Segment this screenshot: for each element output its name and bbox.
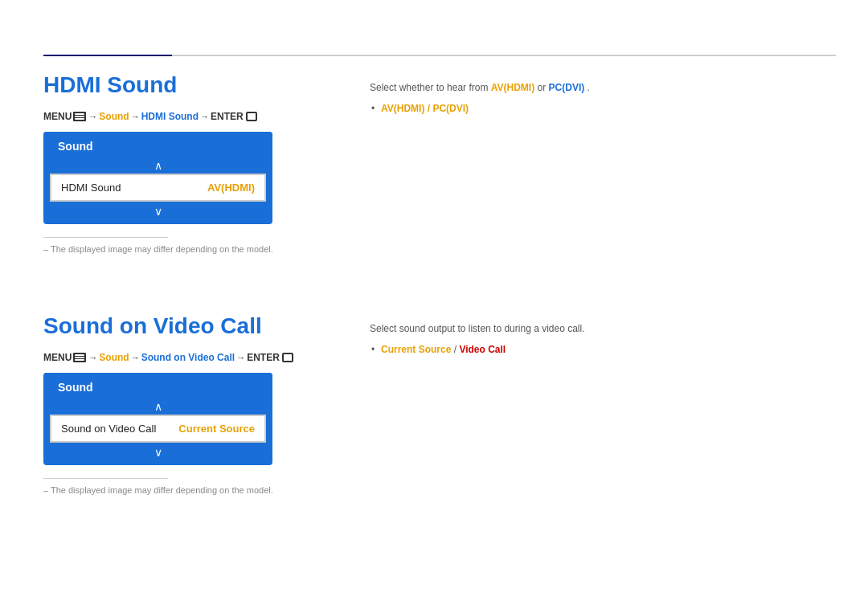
svc-bullet-item1: Current Source <box>381 344 451 355</box>
svc-sound-link: Sound <box>99 352 129 363</box>
svc-enter-icon <box>282 353 293 362</box>
svc-note: – The displayed image may differ dependi… <box>43 485 357 495</box>
svc-bullet-item: Current Source / Video Call <box>381 342 844 358</box>
hdmi-menu-path: MENU → Sound → HDMI Sound → ENTER <box>43 111 357 122</box>
hdmi-menu-item: HDMI Sound AV(HDMI) <box>50 174 266 202</box>
hdmi-desc-highlight1: AV(HDMI) <box>491 82 534 93</box>
hdmi-chevron-up <box>43 157 272 174</box>
svc-menu-icon <box>73 353 86 362</box>
svc-desc-text: Select sound output to listen to during … <box>370 321 844 336</box>
hdmi-desc-intro: Select whether to hear from <box>370 82 488 93</box>
menu-icon <box>73 112 86 121</box>
arrow3: → <box>200 112 209 121</box>
hdmi-menu-header: Sound <box>43 132 272 157</box>
svc-arrow3: → <box>236 353 245 362</box>
svc-tv-menu: Sound Sound on Video Call Current Source <box>43 373 272 465</box>
hdmi-tv-menu: Sound HDMI Sound AV(HDMI) <box>43 132 272 224</box>
svc-menu-header: Sound <box>43 373 272 398</box>
hdmi-sound-section: HDMI Sound MENU → Sound → HDMI Sound → E… <box>43 72 357 254</box>
hdmi-chevron-down <box>43 202 272 224</box>
enter-label: ENTER <box>211 111 244 122</box>
hdmi-bullet-item: AV(HDMI) / PC(DVI) <box>381 101 844 116</box>
hdmi-sound-title: HDMI Sound <box>43 72 357 98</box>
svc-item-label: Sound on Video Call <box>61 423 156 435</box>
svc-section: Sound on Video Call MENU → Sound → Sound… <box>43 313 357 495</box>
hdmi-item-value: AV(HDMI) <box>207 182 255 194</box>
svc-enter-label: ENTER <box>247 352 280 363</box>
hdmi-bullet-text: AV(HDMI) / PC(DVI) <box>381 103 469 114</box>
arrow2: → <box>131 112 140 121</box>
top-divider <box>43 55 836 56</box>
svc-highlight-link: Sound on Video Call <box>141 352 235 363</box>
svc-menu-label: MENU <box>43 352 72 363</box>
svc-divider <box>43 478 168 479</box>
hdmi-note: – The displayed image may differ dependi… <box>43 244 357 254</box>
svc-bullet-list: Current Source / Video Call <box>370 342 844 358</box>
hdmi-desc-connector: or <box>538 82 547 93</box>
hdmi-divider <box>43 237 168 238</box>
hdmi-sound-link: HDMI Sound <box>141 111 199 122</box>
svc-chevron-up <box>43 398 272 415</box>
enter-icon <box>246 112 257 121</box>
arrow1: → <box>88 112 97 121</box>
hdmi-desc-text: Select whether to hear from AV(HDMI) or … <box>370 80 844 95</box>
svc-title: Sound on Video Call <box>43 313 357 339</box>
svc-menu-path: MENU → Sound → Sound on Video Call → ENT… <box>43 352 357 363</box>
sound-link: Sound <box>99 111 129 122</box>
hdmi-bullet-list: AV(HDMI) / PC(DVI) <box>370 101 844 116</box>
hdmi-description: Select whether to hear from AV(HDMI) or … <box>370 80 844 116</box>
menu-label: MENU <box>43 111 72 122</box>
svc-arrow1: → <box>88 353 97 362</box>
hdmi-item-label: HDMI Sound <box>61 182 121 194</box>
svc-arrow2: → <box>131 353 140 362</box>
svc-item-value: Current Source <box>178 423 255 435</box>
svc-bullet-item2: Video Call <box>459 344 506 355</box>
svc-chevron-down <box>43 443 272 465</box>
hdmi-desc-highlight2: PC(DVI) <box>549 82 585 93</box>
svc-description: Select sound output to listen to during … <box>370 321 844 358</box>
svc-menu-item: Sound on Video Call Current Source <box>50 415 266 443</box>
